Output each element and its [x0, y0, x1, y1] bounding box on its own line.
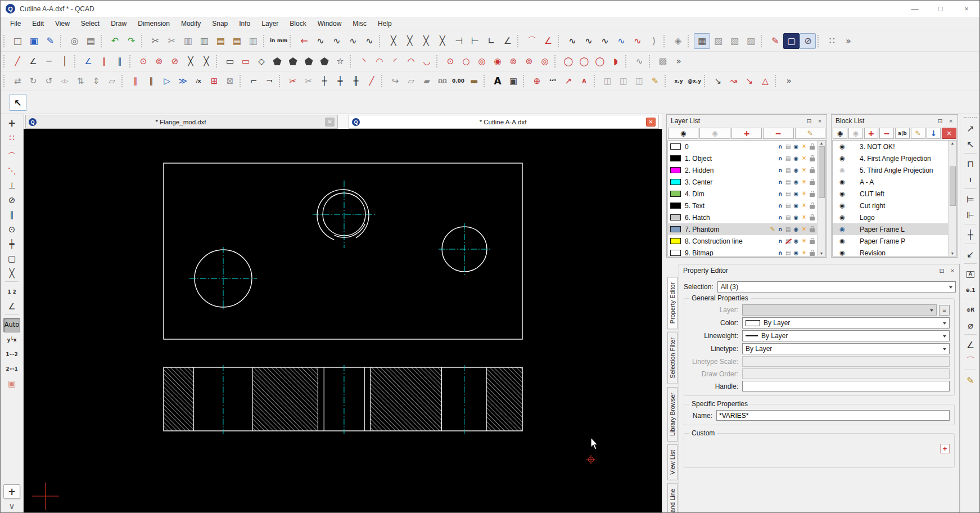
snap-lock-magnet-icon[interactable]: ∩ — [778, 215, 783, 220]
translate-copies[interactable]: ▷ — [159, 74, 175, 88]
linetype-combo[interactable]: By Layer — [742, 343, 950, 354]
draw-polyline[interactable]: ∿ — [312, 33, 328, 49]
layer-hide-all[interactable]: ◉ — [699, 128, 730, 139]
auto-trim[interactable]: ╳ — [418, 33, 434, 49]
draw-pencil[interactable]: ✎ — [767, 33, 783, 49]
property-brush[interactable]: ✎ — [647, 74, 663, 88]
line-bisector[interactable]: ∠ — [80, 54, 96, 69]
cut-reference[interactable]: ✂ — [164, 33, 180, 49]
chamfer[interactable]: ∠ — [499, 33, 516, 49]
menu-info[interactable]: Info — [233, 18, 256, 29]
line-angle[interactable]: ∠ — [25, 54, 41, 69]
polyline-trim[interactable]: ∿ — [361, 33, 377, 49]
block-third-angle[interactable]: ◉ 5. Third Angle Projection — [833, 164, 948, 176]
block-hide-all[interactable]: ◉ — [848, 128, 863, 139]
spline-add-point[interactable]: ∿ — [613, 33, 629, 49]
block-name-input[interactable] — [716, 410, 950, 421]
visibility-eye-icon[interactable]: ◉ — [793, 156, 798, 161]
float-panel-icon[interactable]: ⊡ — [936, 117, 945, 125]
line-cross-2[interactable]: ╳ — [198, 54, 214, 69]
dim-horizontal[interactable]: ⊓ — [962, 156, 979, 172]
dim-vertical[interactable]: I — [962, 172, 979, 188]
dim-center-tolerance[interactable]: ⊕.1 — [962, 282, 979, 298]
lock-icon[interactable] — [810, 193, 815, 197]
save[interactable]: ▣ — [26, 33, 42, 49]
print-icon[interactable]: ▤ — [785, 238, 791, 244]
toolbar-overflow-3[interactable]: » — [781, 74, 797, 88]
copy-reference[interactable]: ▥ — [196, 33, 213, 49]
close-button[interactable]: × — [954, 1, 979, 17]
tab-close-icon[interactable]: ✕ — [646, 118, 656, 127]
leader[interactable]: ↗ — [561, 74, 576, 88]
paint-roller[interactable]: ▬ — [466, 74, 482, 88]
lock-icon[interactable] — [810, 252, 815, 256]
divide[interactable]: ╳ — [385, 33, 401, 49]
circle-center-point[interactable]: ⊙ — [442, 54, 458, 69]
snap-tangent[interactable]: ⊘ — [3, 193, 20, 208]
center-cross[interactable]: ⊕ — [529, 74, 545, 88]
menu-dimension[interactable]: Dimension — [132, 18, 175, 29]
cam-export[interactable]: ▣ — [3, 376, 20, 391]
circle-3-points[interactable]: ◎ — [474, 54, 490, 69]
snap-crosshair[interactable]: + — [3, 116, 20, 130]
coordinate-polar[interactable]: 2⋯1 — [3, 362, 20, 376]
cut[interactable]: ✂ — [147, 33, 164, 49]
polyline-append-node[interactable]: ∿ — [328, 33, 345, 49]
lock-icon[interactable] — [810, 169, 815, 173]
block-paper-frame-p[interactable]: ◉ Paper Frame P — [833, 235, 948, 247]
snap-on-entity[interactable]: ⋱ — [3, 164, 20, 178]
circle-2-tangents[interactable]: ⊚ — [521, 54, 537, 69]
ellipse-arc[interactable]: ◗ — [608, 54, 624, 69]
menu-help[interactable]: Help — [372, 18, 398, 29]
block-remove[interactable]: − — [879, 128, 894, 139]
print-icon[interactable]: ▤ — [785, 227, 791, 232]
scale-factor[interactable]: ∕x — [191, 74, 206, 88]
block-revision[interactable]: ◉ Revision — [833, 247, 948, 256]
mirror[interactable]: ◁▷ — [57, 74, 73, 88]
viewport-1[interactable]: ◫ — [600, 74, 616, 88]
selection-mode[interactable]: ▢ — [783, 33, 800, 49]
bevel[interactable]: ∠ — [540, 33, 556, 49]
print-icon[interactable]: ▤ — [785, 179, 791, 185]
lock-icon[interactable] — [810, 240, 815, 244]
dim-baseline[interactable]: ⊨ — [962, 192, 979, 208]
text[interactable]: A — [490, 74, 505, 88]
snap-lock-magnet-icon[interactable]: ∩ — [778, 250, 783, 256]
hatch[interactable]: ▨ — [655, 54, 671, 69]
snap-lock-magnet-icon[interactable]: ∩ — [778, 168, 783, 173]
clip-remove[interactable]: ⊠ — [222, 74, 238, 88]
sun-icon[interactable]: ☀ — [801, 226, 807, 232]
stretch[interactable]: ∟ — [483, 33, 499, 49]
visibility-eye-icon[interactable]: ◉ — [835, 190, 850, 197]
isometric-cube[interactable]: ◈ — [670, 33, 686, 49]
tab-flange-mod[interactable]: Q * Flange_mod.dxf ✕ — [25, 115, 338, 129]
flip-vertical[interactable]: ⇅ — [73, 74, 88, 88]
lock-icon[interactable] — [810, 146, 815, 150]
block-not-ok[interactable]: ◉ 3. NOT OK! — [833, 141, 948, 152]
coordinate-relative[interactable]: 1⋯2 — [3, 347, 20, 362]
menu-block[interactable]: Block — [284, 18, 311, 29]
menu-snap[interactable]: Snap — [206, 18, 233, 29]
isometric-grid-off[interactable]: ▨ — [710, 33, 726, 49]
visibility-eye-icon[interactable]: ◉ — [793, 250, 798, 256]
scroll-thumb[interactable] — [819, 146, 825, 198]
combine[interactable]: ▰ — [419, 74, 435, 88]
clip-to-rectangle[interactable]: ⊞ — [206, 74, 222, 88]
visibility-eye-icon[interactable]: ◉ — [835, 143, 850, 150]
sc roll-thumb[interactable] — [950, 166, 956, 206]
dim-ordinate[interactable]: ┼ — [962, 227, 979, 243]
restrict-off[interactable]: ⊘ — [800, 33, 816, 49]
toolbar-overflow-2[interactable]: » — [671, 54, 687, 69]
visibility-eye-icon[interactable]: ◉ — [793, 203, 798, 209]
lengthen[interactable]: ⊣ — [450, 33, 467, 49]
viewport-2[interactable]: ◫ — [616, 74, 631, 88]
line-horizontal[interactable]: ─ — [41, 54, 57, 69]
print-icon[interactable]: ▤ — [785, 168, 791, 173]
divide-cut[interactable]: ✂ — [285, 74, 301, 88]
horizontal-splitter[interactable] — [666, 258, 960, 264]
arc-2-points-radius[interactable]: ◠ — [372, 54, 387, 69]
block-delete[interactable]: × — [942, 128, 956, 139]
handle-input[interactable] — [742, 381, 950, 392]
dim-angular[interactable]: ∠ — [962, 338, 979, 353]
snap-lock-magnet-icon[interactable]: ∩ — [778, 191, 783, 197]
